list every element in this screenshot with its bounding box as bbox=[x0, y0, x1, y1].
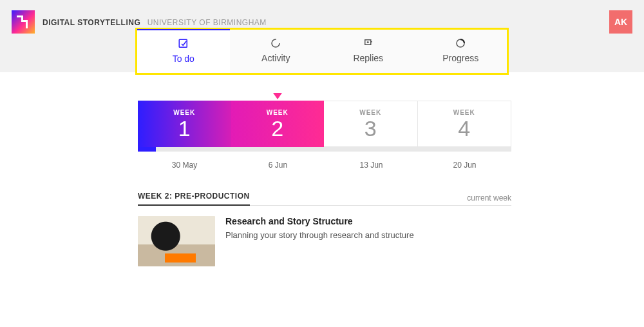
activity-thumbnail-icon bbox=[138, 216, 215, 266]
checkbox-icon bbox=[178, 38, 189, 50]
main-content: WEEK 1 WEEK 2 WEEK 3 WEEK 4 30 May 6 Jun… bbox=[138, 72, 511, 266]
section-meta: current week bbox=[467, 193, 511, 203]
section-header: WEEK 2: PRE-PRODUCTION current week bbox=[138, 192, 511, 206]
institution-name: University of Birmingham bbox=[147, 18, 267, 27]
tab-replies[interactable]: Replies bbox=[322, 30, 415, 73]
course-title: Digital Storytelling bbox=[43, 18, 140, 27]
week-card-3[interactable]: WEEK 3 bbox=[324, 101, 418, 147]
reply-plus-icon bbox=[363, 37, 374, 49]
week-card-4[interactable]: WEEK 4 bbox=[418, 101, 512, 147]
week-number: 4 bbox=[418, 117, 511, 139]
tab-todo[interactable]: To do bbox=[137, 29, 230, 73]
week-label: WEEK bbox=[324, 109, 417, 116]
week-label: WEEK bbox=[231, 109, 325, 116]
tab-label: Progress bbox=[442, 53, 478, 63]
activity-item[interactable]: Research and Story Structure Planning yo… bbox=[138, 216, 511, 266]
tab-activity[interactable]: Activity bbox=[230, 30, 323, 73]
week-date: 6 Jun bbox=[231, 161, 325, 170]
week-number: 2 bbox=[231, 117, 325, 139]
activity-description: Planning your story through research and… bbox=[225, 230, 414, 240]
weeks-row: WEEK 1 WEEK 2 WEEK 3 WEEK 4 bbox=[138, 101, 511, 147]
week-date: 20 Jun bbox=[418, 161, 511, 170]
tab-label: Activity bbox=[261, 53, 290, 63]
tab-progress[interactable]: Progress bbox=[415, 30, 507, 73]
tabs-highlight-box: To do Activity R bbox=[135, 28, 509, 75]
spinner-icon bbox=[270, 37, 281, 49]
week-number: 3 bbox=[324, 117, 417, 139]
tab-label: To do bbox=[173, 54, 194, 64]
dates-row: 30 May 6 Jun 13 Jun 20 Jun bbox=[138, 161, 511, 170]
week-card-2[interactable]: WEEK 2 bbox=[231, 101, 325, 147]
course-heading: Digital Storytelling University of Birmi… bbox=[43, 16, 267, 28]
section-title: WEEK 2: PRE-PRODUCTION bbox=[138, 192, 250, 206]
week-label: WEEK bbox=[418, 109, 511, 116]
week-progress-fill bbox=[138, 147, 156, 152]
week-card-1[interactable]: WEEK 1 bbox=[138, 101, 231, 147]
week-progress-bar bbox=[138, 147, 511, 152]
progress-ring-icon bbox=[455, 37, 466, 49]
svg-point-1 bbox=[272, 39, 279, 47]
user-avatar[interactable]: AK bbox=[609, 10, 632, 34]
week-date: 30 May bbox=[138, 161, 231, 170]
activity-title: Research and Story Structure bbox=[225, 216, 414, 226]
svg-rect-0 bbox=[179, 39, 187, 47]
page-header: Digital Storytelling University of Birmi… bbox=[0, 0, 644, 72]
app-logo-icon[interactable] bbox=[12, 10, 35, 34]
activity-text: Research and Story Structure Planning yo… bbox=[225, 216, 414, 266]
tab-bar: To do Activity R bbox=[137, 30, 507, 73]
week-label: WEEK bbox=[138, 109, 231, 116]
week-date: 13 Jun bbox=[325, 161, 418, 170]
week-number: 1 bbox=[138, 117, 231, 139]
tab-label: Replies bbox=[353, 53, 383, 63]
